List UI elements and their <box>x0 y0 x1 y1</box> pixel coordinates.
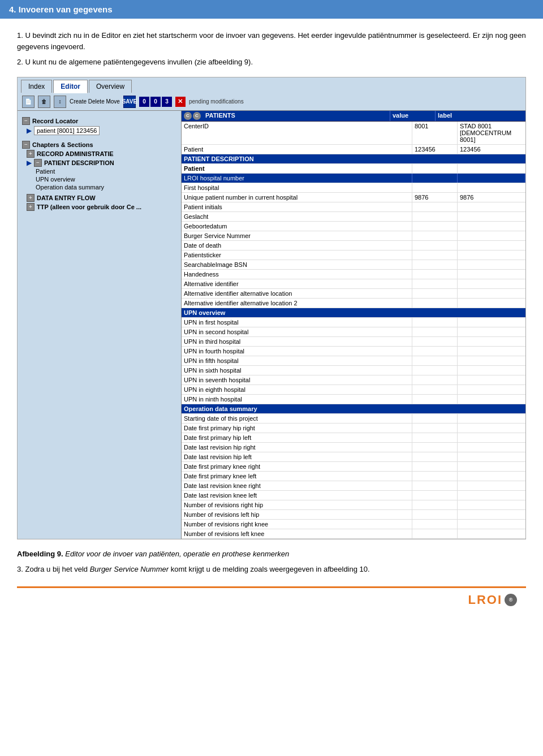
chapters-collapse[interactable]: − <box>22 141 30 149</box>
row-label2 <box>458 337 525 346</box>
row-value[interactable] <box>412 231 458 240</box>
row-value[interactable] <box>412 472 458 481</box>
row-value[interactable] <box>412 337 458 346</box>
record-locator-arrow[interactable]: ▶ <box>27 127 32 135</box>
row-value[interactable] <box>412 462 458 471</box>
table-row[interactable]: UPN in seventh hospital <box>182 375 525 385</box>
row-value[interactable] <box>412 424 458 433</box>
table-row[interactable]: UPN in eighth hospital <box>182 385 525 395</box>
table-row[interactable]: LROI hospital number <box>182 174 525 183</box>
row-value[interactable] <box>412 481 458 490</box>
table-row[interactable]: Handedness <box>182 270 525 279</box>
row-value[interactable]: 123456 <box>412 145 458 154</box>
upn-overview-label[interactable]: UPN overview <box>36 176 75 183</box>
row-value[interactable] <box>412 385 458 394</box>
table-row[interactable]: First hospital <box>182 183 525 193</box>
row-value[interactable] <box>412 212 458 221</box>
row-value[interactable] <box>412 375 458 385</box>
toolbar-icon-delete[interactable]: 🗑 <box>38 96 50 108</box>
row-value[interactable] <box>412 500 458 509</box>
row-value[interactable] <box>412 183 458 192</box>
row-value[interactable] <box>412 529 458 538</box>
row-value[interactable] <box>412 395 458 404</box>
row-label: LROI hospital number <box>182 174 412 183</box>
table-row[interactable]: Alternative identifier alternative locat… <box>182 299 525 308</box>
ttp-expand[interactable]: + <box>27 203 35 211</box>
data-entry-expand[interactable]: + <box>27 194 35 202</box>
row-value[interactable] <box>412 299 458 308</box>
patient-sub-label[interactable]: Patient <box>36 168 55 175</box>
table-row[interactable]: Geboortedatum <box>182 222 525 231</box>
table-row[interactable]: Number of revisions left knee <box>182 529 525 539</box>
row-value[interactable] <box>412 452 458 461</box>
table-row[interactable]: UPN in ninth hospital <box>182 395 525 404</box>
row-value[interactable] <box>412 443 458 452</box>
tab-index[interactable]: Index <box>21 80 52 93</box>
table-row[interactable]: UPN in fourth hospital <box>182 347 525 356</box>
table-row[interactable]: Date first primary knee right <box>182 462 525 472</box>
row-value[interactable] <box>412 241 458 250</box>
table-row[interactable]: Patientsticker <box>182 250 525 260</box>
table-row[interactable]: Date first primary hip right <box>182 424 525 433</box>
table-row[interactable]: Date last revision hip right <box>182 443 525 452</box>
tab-editor[interactable]: Editor <box>53 80 88 93</box>
table-row[interactable]: Geslacht <box>182 212 525 222</box>
row-value[interactable] <box>412 289 458 298</box>
table-row[interactable]: Patient <box>182 164 525 174</box>
row-value[interactable]: 9876 <box>412 193 458 202</box>
table-row[interactable]: Number of revisions left hip <box>182 510 525 520</box>
table-row[interactable]: UPN in sixth hospital <box>182 366 525 375</box>
table-row[interactable]: Number of revisions right knee <box>182 520 525 529</box>
operation-data-summary-label[interactable]: Operation data summary <box>36 184 104 191</box>
table-row[interactable]: Date last revision hip left <box>182 452 525 462</box>
toolbar-icon-move[interactable]: ↕ <box>54 96 66 108</box>
row-value[interactable] <box>412 318 458 327</box>
table-row[interactable]: UPN in third hospital <box>182 337 525 347</box>
table-row[interactable]: Date first primary hip left <box>182 433 525 443</box>
table-row[interactable]: Unique patient number in current hospita… <box>182 193 525 202</box>
table-row[interactable]: Date last revision knee left <box>182 491 525 500</box>
table-row[interactable]: Date last revision knee right <box>182 481 525 491</box>
toolbar-icon-page[interactable]: 📄 <box>22 96 35 108</box>
table-row[interactable]: Alternative identifier <box>182 279 525 289</box>
row-value[interactable] <box>412 270 458 279</box>
tab-overview[interactable]: Overview <box>89 80 132 93</box>
row-value[interactable] <box>412 433 458 442</box>
save-button[interactable]: SAVE <box>123 96 136 108</box>
row-value[interactable] <box>412 202 458 211</box>
table-row[interactable]: Burger Service Nummer <box>182 231 525 241</box>
table-row[interactable]: UPN in fifth hospital <box>182 356 525 366</box>
record-admin-expand[interactable]: + <box>27 150 35 158</box>
table-row[interactable]: SearchableImage BSN <box>182 260 525 270</box>
table-row[interactable]: Patient123456123456 <box>182 145 525 154</box>
patient-desc-collapse[interactable]: − <box>34 159 42 167</box>
row-value[interactable] <box>412 279 458 288</box>
row-value[interactable] <box>412 491 458 500</box>
row-value[interactable] <box>412 366 458 375</box>
row-value[interactable] <box>412 260 458 269</box>
table-row[interactable]: Date of death <box>182 241 525 250</box>
row-value[interactable]: 8001 <box>412 122 458 144</box>
row-value[interactable] <box>412 510 458 519</box>
table-row[interactable]: Number of revisions right hip <box>182 500 525 510</box>
table-row[interactable]: UPN in first hospital <box>182 318 525 327</box>
row-value[interactable] <box>412 250 458 260</box>
table-row[interactable]: Starting date of this project <box>182 414 525 424</box>
table-row[interactable]: Alternative identifier alternative locat… <box>182 289 525 299</box>
row-value[interactable] <box>412 222 458 231</box>
row-value[interactable] <box>412 356 458 365</box>
row-value[interactable] <box>412 164 458 173</box>
row-value[interactable] <box>412 520 458 529</box>
patient-desc-arrow[interactable]: ▶ <box>27 159 32 167</box>
table-row[interactable]: CenterID8001STAD 8001 [DEMOCENTRUM 8001] <box>182 122 525 145</box>
row-value[interactable] <box>412 414 458 423</box>
record-locator-collapse[interactable]: − <box>22 117 30 125</box>
table-row[interactable]: Date first primary knee left <box>182 472 525 481</box>
patient-record-box[interactable]: patient [8001] 123456 <box>34 126 100 135</box>
row-value[interactable] <box>412 327 458 336</box>
table-row[interactable]: Patient initials <box>182 202 525 212</box>
row-value[interactable] <box>412 174 458 183</box>
close-btn[interactable]: ✕ <box>175 97 186 107</box>
row-value[interactable] <box>412 347 458 356</box>
table-row[interactable]: UPN in second hospital <box>182 327 525 337</box>
